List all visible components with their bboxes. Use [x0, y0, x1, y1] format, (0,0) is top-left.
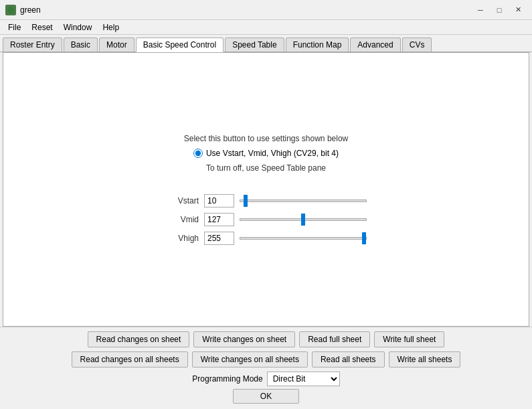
main-panel: Select this button to use settings shown…	[3, 52, 529, 327]
use-vstart-radio[interactable]	[193, 149, 203, 158]
radio-row: Use Vstart, Vmid, Vhigh (CV29, bit 4)	[193, 149, 339, 158]
svg-point-0	[7, 7, 14, 13]
window-controls: ─ □ ✕	[472, 3, 527, 17]
menu-reset[interactable]: Reset	[26, 21, 58, 33]
button-row-2: Read changes on all sheets Write changes…	[3, 351, 529, 367]
close-button[interactable]: ✕	[509, 3, 527, 17]
read-changes-on-sheet-button[interactable]: Read changes on sheet	[88, 331, 190, 347]
ok-button[interactable]: OK	[233, 389, 299, 404]
vstart-label: Vstart	[165, 196, 199, 206]
bottom-area: Read changes on sheet Write changes on s…	[0, 327, 532, 409]
vhigh-input[interactable]	[204, 232, 234, 245]
radio-label: Use Vstart, Vmid, Vhigh (CV29, bit 4)	[206, 149, 339, 158]
vhigh-label: Vhigh	[165, 234, 199, 243]
tab-motor[interactable]: Motor	[99, 37, 135, 52]
menu-help[interactable]: Help	[97, 21, 124, 33]
read-changes-on-all-sheets-button[interactable]: Read changes on all sheets	[72, 351, 188, 367]
programming-mode-select[interactable]: Direct Bit Paged Mode Register Mode Addr…	[267, 372, 340, 386]
tab-basic-speed-control[interactable]: Basic Speed Control	[136, 37, 224, 52]
tab-basic[interactable]: Basic	[64, 37, 98, 52]
vstart-track[interactable]	[240, 199, 367, 202]
write-changes-on-sheet-button[interactable]: Write changes on sheet	[193, 331, 295, 347]
read-all-sheets-button[interactable]: Read all sheets	[312, 351, 385, 367]
tab-speed-table[interactable]: Speed Table	[225, 37, 284, 52]
vmid-label: Vmid	[165, 215, 199, 224]
minimize-button[interactable]: ─	[472, 3, 489, 17]
write-all-sheets-button[interactable]: Write all sheets	[389, 351, 461, 367]
content-area: Select this button to use settings shown…	[165, 134, 367, 245]
read-full-sheet-button[interactable]: Read full sheet	[299, 331, 370, 347]
button-row-1: Read changes on sheet Write changes on s…	[3, 331, 529, 347]
vmid-track[interactable]	[240, 218, 367, 221]
write-changes-on-all-sheets-button[interactable]: Write changes on all sheets	[192, 351, 308, 367]
tab-cvs[interactable]: CVs	[402, 37, 432, 52]
vstart-input[interactable]	[204, 194, 234, 208]
description-text: Select this button to use settings shown…	[184, 134, 348, 143]
vhigh-row: Vhigh	[165, 232, 367, 245]
vmid-thumb[interactable]	[301, 214, 305, 226]
vmid-input[interactable]	[204, 213, 234, 226]
slider-section: Vstart Vmid Vhigh	[165, 194, 367, 245]
app-icon	[5, 5, 16, 15]
vstart-thumb[interactable]	[244, 195, 248, 207]
vstart-row: Vstart	[165, 194, 367, 208]
menu-window[interactable]: Window	[58, 21, 98, 33]
vhigh-thumb[interactable]	[362, 232, 366, 244]
maximize-button[interactable]: □	[491, 3, 508, 17]
title-bar: green ─ □ ✕	[0, 0, 532, 20]
tab-advanced[interactable]: Advanced	[350, 37, 400, 52]
turnoff-text: To turn off, use Speed Table pane	[206, 163, 326, 173]
tab-bar: Roster Entry Basic Motor Basic Speed Con…	[0, 35, 532, 52]
menu-bar: File Reset Window Help	[0, 20, 532, 35]
ok-row: OK	[3, 389, 529, 404]
vhigh-track[interactable]	[240, 237, 367, 240]
tab-function-map[interactable]: Function Map	[286, 37, 349, 52]
write-full-sheet-button[interactable]: Write full sheet	[374, 331, 444, 347]
vmid-row: Vmid	[165, 213, 367, 226]
programming-mode-row: Programming Mode Direct Bit Paged Mode R…	[3, 372, 529, 386]
window-title: green	[20, 5, 472, 15]
programming-mode-label: Programming Mode	[192, 374, 262, 384]
tab-roster-entry[interactable]: Roster Entry	[3, 37, 62, 52]
menu-file[interactable]: File	[3, 21, 26, 33]
